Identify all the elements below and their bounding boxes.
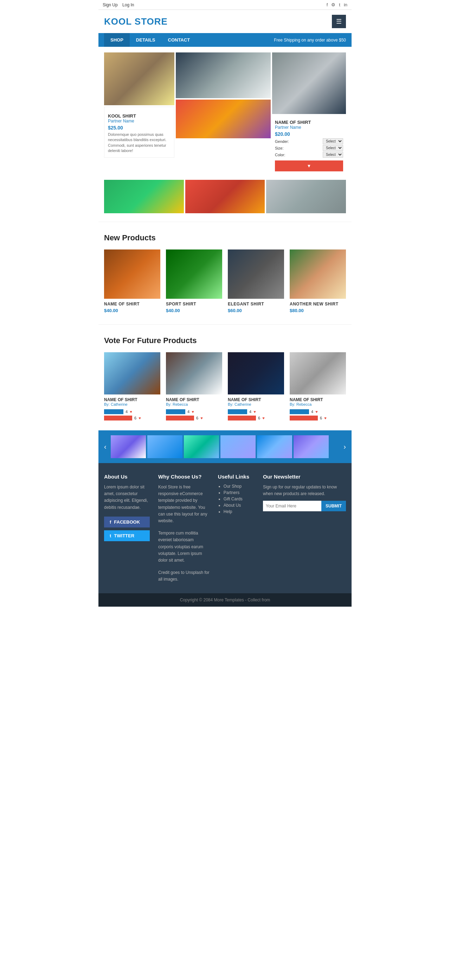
facebook-icon[interactable]: f: [326, 2, 328, 7]
bottom-image-row: [98, 180, 352, 219]
nav-shop[interactable]: SHOP: [104, 33, 130, 47]
footer: About Us Lorem ipsum dolor sit amet, con…: [98, 463, 352, 593]
copyright-bar: Copyright © 2084 More Templates - Collec…: [98, 593, 352, 607]
carousel-thumb-6[interactable]: [293, 435, 329, 458]
footer-link-about: About Us: [223, 503, 255, 508]
copyright-text: Copyright © 2084 More Templates - Collec…: [180, 598, 270, 603]
carousel-thumb-4[interactable]: [220, 435, 255, 458]
featured-image: [104, 52, 174, 105]
carousel-thumb-2[interactable]: [147, 435, 182, 458]
footer-links: Useful Links Our Shop Partners Gift Card…: [218, 474, 255, 583]
blue-bar-row-2: 4 ♥: [166, 409, 222, 414]
red-heart-icon-2: ♥: [200, 416, 203, 420]
footer-link-shop-anchor[interactable]: Our Shop: [223, 484, 241, 489]
coffee-image: [104, 250, 160, 299]
hero-center-top-image: [176, 52, 271, 98]
hero-center-bottom-image: [176, 100, 271, 138]
carousel-next-button[interactable]: ›: [341, 441, 349, 452]
twitter-btn-icon: t: [110, 533, 111, 538]
carousel-prev-button[interactable]: ‹: [101, 441, 109, 452]
shipping-notice: Free Shipping on any order above $50: [274, 33, 346, 47]
blue-count-2: 4: [187, 410, 190, 414]
blue-bar-row-4: 4 ♥: [290, 409, 346, 414]
red-bar-row-4: 6 ♥: [290, 415, 346, 420]
featured-product-card: KOOL SHIRT Partner Name $25.00 Doloremqu…: [104, 107, 174, 158]
red-bar-4: [290, 415, 318, 420]
footer-newsletter-title: Our Newsletter: [263, 474, 346, 480]
red-bar-row-2: 6 ♥: [166, 415, 222, 420]
size-select-row: Size: Select: [275, 145, 343, 151]
city-image: [272, 52, 346, 114]
footer-why-text3: Credit goes to Unsplash for all images.: [158, 570, 209, 583]
size-select[interactable]: Select: [323, 145, 343, 151]
heart-icon-1: ♥: [130, 410, 132, 414]
blue-bar-row-3: 4 ♥: [228, 409, 284, 414]
hand-image: [176, 52, 271, 98]
gender-select[interactable]: Select: [323, 138, 343, 144]
vote-by-2: By: Rebecca: [166, 402, 222, 406]
blue-count-3: 4: [249, 410, 251, 414]
color-select[interactable]: Select: [323, 152, 343, 158]
color-label: Color:: [275, 153, 285, 157]
footer-grid: About Us Lorem ipsum dolor sit amet, con…: [104, 474, 346, 583]
vote-bars-2: 4 ♥ 6 ♥: [166, 409, 222, 420]
right-product-title: NAME OF SHIRT: [275, 119, 343, 125]
newsletter-email-input[interactable]: [263, 501, 321, 511]
heart-icon-4: ♥: [315, 410, 318, 414]
product-price-2: $40.00: [166, 308, 222, 313]
twitter-button[interactable]: t TWITTER: [104, 530, 150, 541]
gender-label: Gender:: [275, 139, 289, 143]
featured-product-partner: Partner Name: [108, 119, 171, 124]
street-image: [185, 180, 265, 213]
add-to-cart-button[interactable]: ▼: [275, 161, 343, 171]
footer-links-list: Our Shop Partners Gift Cards About Us He…: [218, 484, 255, 514]
blue-bar-row-1: 4 ♥: [104, 409, 160, 414]
footer-why-text2: Tempore cum mollitia eveniet laboriosam …: [158, 530, 209, 564]
nav-details[interactable]: DETAILS: [130, 33, 162, 47]
product-name-1: NAME OF SHIRT: [104, 302, 160, 307]
carousel-thumb-3[interactable]: [184, 435, 219, 458]
vote-section: Vote For Future Products NAME OF SHIRT B…: [98, 328, 352, 430]
footer-link-about-anchor[interactable]: About Us: [223, 503, 241, 508]
carousel-section: ‹ ›: [98, 430, 352, 463]
heart-icon-3: ♥: [254, 410, 256, 414]
footer-link-partners-anchor[interactable]: Partners: [223, 490, 239, 495]
footer-about-text: Lorem ipsum dolor sit amet, consectetur …: [104, 484, 150, 511]
twitter-icon[interactable]: t: [339, 2, 340, 7]
footer-about-title: About Us: [104, 474, 150, 480]
blue-bar-1: [104, 409, 124, 414]
footer-link-help-anchor[interactable]: Help: [223, 509, 232, 514]
product-item-1: NAME OF SHIRT $40.00: [104, 250, 160, 313]
hero-left: KOOL SHIRT Partner Name $25.00 Doloremqu…: [104, 52, 174, 174]
red-heart-icon-3: ♥: [262, 416, 265, 420]
nav-contact[interactable]: CONTACT: [162, 33, 196, 47]
market-image: [176, 100, 271, 138]
vote-bars-3: 4 ♥ 6 ♥: [228, 409, 284, 420]
tea-image: [104, 52, 174, 105]
linkedin-icon[interactable]: in: [344, 2, 347, 7]
log-in-link[interactable]: Log In: [122, 2, 134, 7]
main-nav: SHOP DETAILS CONTACT Free Shipping on an…: [98, 33, 352, 47]
footer-links-title: Useful Links: [218, 474, 255, 480]
vote-item-4: NAME OF SHIRT By: Rebecca 4 ♥ 6 ♥: [290, 352, 346, 422]
newsletter-form: SUBMIT: [263, 501, 346, 511]
settings-icon[interactable]: ⚙: [331, 2, 335, 7]
red-bar-1: [104, 415, 132, 420]
red-count-1: 6: [134, 416, 136, 420]
carousel-thumb-1[interactable]: [111, 435, 146, 458]
sign-up-link[interactable]: Sign Up: [103, 2, 118, 7]
newsletter-submit-button[interactable]: SUBMIT: [321, 501, 346, 511]
hamburger-button[interactable]: ☰: [332, 15, 346, 28]
footer-newsletter: Our Newsletter Sign up for our regular u…: [263, 474, 346, 583]
vote-item-1: NAME OF SHIRT By: Catherine 4 ♥ 6 ♥: [104, 352, 160, 422]
product-price-1: $40.00: [104, 308, 160, 313]
footer-link-giftcards-anchor[interactable]: Gift Cards: [223, 496, 242, 501]
red-count-3: 6: [258, 416, 260, 420]
carousel-thumb-5[interactable]: [257, 435, 292, 458]
blue-count-4: 4: [311, 410, 313, 414]
color-select-row: Color: Select: [275, 152, 343, 158]
red-count-2: 6: [196, 416, 198, 420]
vote-grid: NAME OF SHIRT By: Catherine 4 ♥ 6 ♥ NAME…: [104, 352, 346, 422]
facebook-button[interactable]: f FACEBOOK: [104, 517, 150, 528]
top-bar-auth: Sign Up Log In: [103, 2, 138, 7]
